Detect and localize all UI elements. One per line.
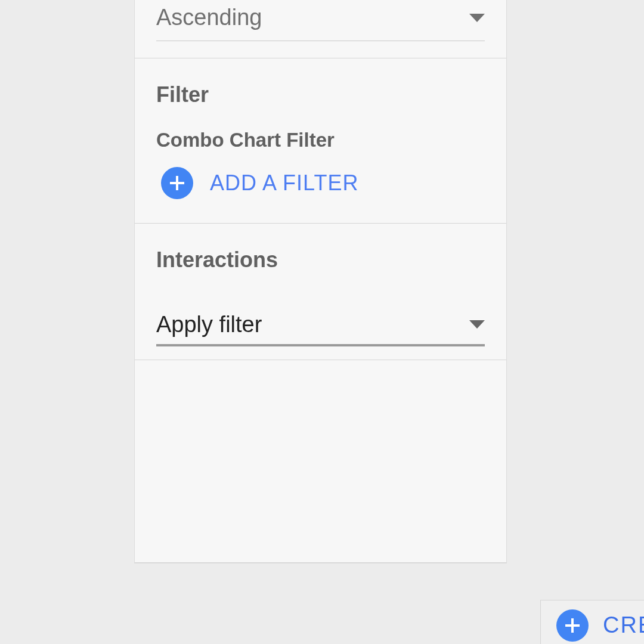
config-panel: Ascending Filter Combo Chart Filter ADD … xyxy=(134,0,507,564)
plus-icon xyxy=(556,609,589,642)
sort-order-value: Ascending xyxy=(156,5,262,30)
create-button-label: CRE xyxy=(603,612,644,638)
filter-section: Filter Combo Chart Filter ADD A FILTER xyxy=(135,58,506,224)
interaction-value: Apply filter xyxy=(156,312,262,338)
filter-subheading: Combo Chart Filter xyxy=(156,129,485,151)
interaction-dropdown[interactable]: Apply filter xyxy=(156,308,485,346)
add-filter-button[interactable]: ADD A FILTER xyxy=(156,167,485,199)
sort-section: Ascending xyxy=(135,0,506,58)
add-filter-label: ADD A FILTER xyxy=(210,171,358,196)
filter-heading: Filter xyxy=(156,82,485,107)
create-button[interactable]: CRE xyxy=(540,600,644,644)
plus-icon xyxy=(161,167,193,199)
interactions-heading: Interactions xyxy=(156,247,485,273)
sort-order-dropdown[interactable]: Ascending xyxy=(156,0,485,41)
interactions-section: Interactions Apply filter xyxy=(135,224,506,360)
svg-rect-3 xyxy=(565,624,580,627)
empty-section xyxy=(135,360,506,563)
chevron-down-icon xyxy=(469,14,485,22)
svg-rect-1 xyxy=(170,182,184,184)
chevron-down-icon xyxy=(469,320,485,329)
